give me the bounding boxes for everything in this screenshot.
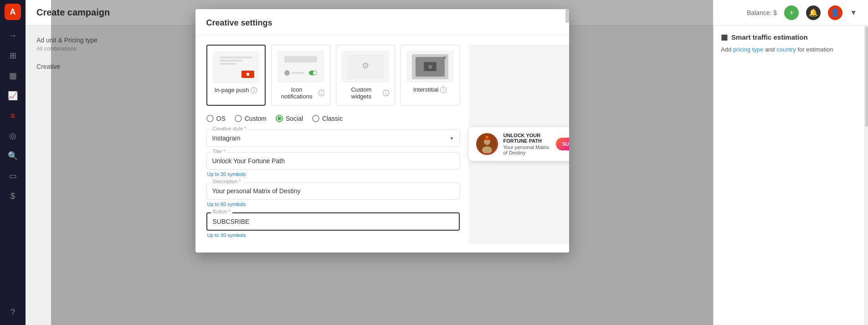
smart-traffic-title: ▦ Smart traffic estimation xyxy=(721,33,861,41)
preview-avatar xyxy=(476,133,498,155)
main-content: Create campaign Balance: $ + 🔔 👤 ▼ Ad un… xyxy=(26,0,868,325)
sidebar-item-arrow[interactable]: → xyxy=(4,26,22,45)
interstitial-label: Interstitial i xyxy=(406,86,454,93)
sidebar: A → ⊞ ▦ 📈 ≡ ◎ 🔍 ▭ $ ? xyxy=(0,0,26,325)
sidebar-item-help[interactable]: ? xyxy=(4,303,22,321)
app-logo[interactable]: A xyxy=(5,4,21,20)
preview-description: Your personal Matrix of Destiny xyxy=(503,144,550,155)
inpage-push-label: In-page push i xyxy=(213,87,259,93)
radio-group: OS Custom Social Classic xyxy=(206,115,460,122)
ad-card-inpage-push[interactable]: In-page push i xyxy=(206,45,266,106)
avatar-image xyxy=(478,135,496,153)
icon-notifications-info-icon[interactable]: i xyxy=(318,90,324,96)
radio-social-input[interactable] xyxy=(276,115,283,122)
radio-classic[interactable]: Classic xyxy=(312,115,343,122)
radio-custom[interactable]: Custom xyxy=(235,115,267,122)
modal-form: In-page push i xyxy=(206,45,460,243)
modal-preview-area: × xyxy=(469,45,569,243)
sidebar-item-analytics[interactable]: 📈 xyxy=(4,87,22,105)
title-input[interactable] xyxy=(206,152,460,170)
inpage-push-info-icon[interactable]: i xyxy=(251,87,257,93)
description-field-group: Description * xyxy=(206,182,460,200)
modal-title: Creative settings xyxy=(206,18,272,28)
ad-card-custom-widgets[interactable]: ⚙ Custom widgets i xyxy=(336,45,395,106)
balance-area: Balance: $ xyxy=(747,9,777,16)
modal-scroll-thumb[interactable] xyxy=(565,9,569,23)
chart-icon: ▦ xyxy=(721,33,728,41)
modal-body: In-page push i xyxy=(195,36,569,253)
avatar-button[interactable]: 👤 xyxy=(828,5,842,20)
radio-os[interactable]: OS xyxy=(206,115,226,122)
ad-card-interstitial[interactable]: 🖥 ✕ Interstitial i xyxy=(401,45,460,106)
custom-widgets-label: Custom widgets i xyxy=(342,86,389,100)
radio-classic-input[interactable] xyxy=(312,115,319,122)
creative-style-select[interactable]: Instagram Facebook Twitter xyxy=(206,129,460,147)
balance-value: $ xyxy=(773,9,777,16)
top-bar-right: Balance: $ + 🔔 👤 ▼ xyxy=(747,5,857,20)
preview-subscribe-button[interactable]: SUBCSRIBE xyxy=(556,138,569,150)
sidebar-item-search[interactable]: 🔍 xyxy=(4,147,22,165)
button-field-label: Button * xyxy=(211,209,232,214)
country-link[interactable]: country xyxy=(776,46,796,53)
title-field-label: Title * xyxy=(211,149,227,154)
dropdown-arrow[interactable]: ▼ xyxy=(850,9,857,17)
custom-widgets-info-icon[interactable]: i xyxy=(383,90,389,96)
sidebar-item-dashboard[interactable]: ▦ xyxy=(4,67,22,85)
interstitial-preview: 🖥 ✕ xyxy=(406,51,454,83)
interstitial-info-icon[interactable]: i xyxy=(440,87,447,93)
inpage-push-preview xyxy=(213,51,259,83)
creative-style-select-wrapper: Instagram Facebook Twitter xyxy=(206,129,460,147)
preview-title: UNLOCK YOUR FORTUNE PATH xyxy=(503,133,550,144)
preview-content: UNLOCK YOUR FORTUNE PATH Your personal M… xyxy=(503,133,550,155)
button-field-group: Button * xyxy=(206,212,460,231)
button-input[interactable] xyxy=(206,212,460,231)
creative-style-label: Creative style * xyxy=(211,126,248,131)
description-hint: Up to 60 symbols xyxy=(206,201,460,207)
description-field-label: Description * xyxy=(211,179,243,184)
modal: Creative settings xyxy=(195,9,569,253)
description-input[interactable] xyxy=(206,182,460,200)
ad-card-icon-notifications[interactable]: Icon notifications i xyxy=(271,45,330,106)
modal-overlay: Creative settings xyxy=(51,0,713,325)
preview-notification: × xyxy=(469,127,569,161)
radio-os-input[interactable] xyxy=(206,115,214,122)
sidebar-item-target[interactable]: ◎ xyxy=(4,127,22,145)
svg-point-4 xyxy=(486,136,488,139)
button-hint: Up to 30 symbols xyxy=(206,232,460,238)
radio-custom-input[interactable] xyxy=(235,115,242,122)
icon-notifications-label: Icon notifications i xyxy=(277,86,324,100)
add-button[interactable]: + xyxy=(784,5,799,20)
title-hint: Up to 30 symbols xyxy=(206,171,460,177)
notification-button[interactable]: 🔔 xyxy=(806,5,821,20)
scrollbar-thumb[interactable] xyxy=(865,26,868,127)
scrollbar-track xyxy=(864,26,868,325)
modal-header: Creative settings xyxy=(195,9,569,36)
creative-style-group: Creative style * Instagram Facebook Twit… xyxy=(206,129,460,147)
ad-type-cards: In-page push i xyxy=(206,45,460,106)
smart-traffic-description: Add pricing type and country for estimat… xyxy=(721,45,861,54)
pricing-type-link[interactable]: pricing type xyxy=(733,46,763,53)
icon-notifications-preview xyxy=(277,51,324,83)
sidebar-item-list[interactable]: ≡ xyxy=(4,107,22,125)
sidebar-item-home[interactable]: ⊞ xyxy=(4,46,22,65)
balance-label: Balance: xyxy=(747,9,771,16)
custom-widgets-preview: ⚙ xyxy=(342,51,389,83)
title-field-group: Title * xyxy=(206,152,460,170)
sidebar-item-money[interactable]: $ xyxy=(4,187,22,205)
sidebar-item-billing[interactable]: ▭ xyxy=(4,167,22,185)
right-panel: ▦ Smart traffic estimation Add pricing t… xyxy=(713,26,868,325)
radio-social[interactable]: Social xyxy=(276,115,303,122)
